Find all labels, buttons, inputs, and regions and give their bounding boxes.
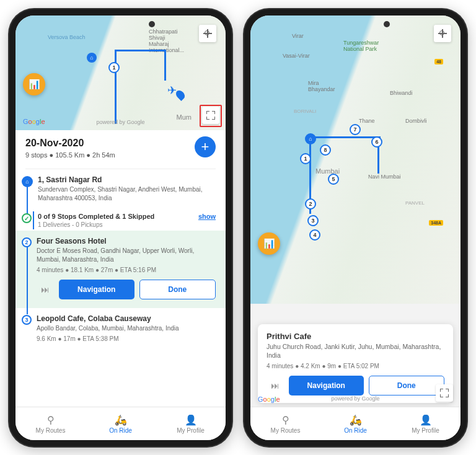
map-pin[interactable]: 5: [328, 174, 339, 185]
nav-routes[interactable]: ⚲ My Routes: [15, 407, 86, 440]
stats-icon: 📊: [263, 238, 275, 249]
map-label-mumbai: Mum: [177, 113, 192, 121]
google-attribution: Google: [23, 118, 45, 125]
skip-button[interactable]: ⏭: [267, 376, 284, 395]
action-row: ⏭ Navigation Done: [267, 376, 444, 395]
map-pin-home[interactable]: ⌂: [87, 53, 97, 63]
nav-onride[interactable]: 🛵 On Ride: [86, 407, 156, 440]
progress-text: 0 of 9 Stops Completed & 1 Skipped: [38, 213, 154, 220]
map-pin[interactable]: 3: [307, 215, 319, 226]
collapse-button[interactable]: [436, 384, 453, 402]
scooter-icon: 🛵: [350, 414, 362, 426]
current-stop-card: Prithvi Cafe Juhu Church Road, Janki Kut…: [258, 324, 453, 403]
map-pin-home[interactable]: ⌂: [305, 133, 316, 144]
progress-subtitle: 1 Deliveries - 0 Pickups: [38, 221, 154, 228]
map-label: BORIVALI: [294, 108, 316, 114]
map-pin[interactable]: 4: [309, 229, 320, 241]
routes-icon: ⚲: [47, 414, 55, 426]
map-label: Dombivli: [405, 118, 427, 124]
map-pin[interactable]: 8: [320, 144, 331, 156]
skip-icon: ⏭: [271, 381, 280, 391]
check-icon: ✓: [22, 213, 32, 223]
nav-onride[interactable]: 🛵 On Ride: [320, 407, 390, 440]
done-button[interactable]: Done: [369, 376, 445, 395]
road-badge: 348A: [429, 220, 443, 226]
action-row: ⏭ Navigation Done: [37, 280, 216, 299]
map-fullscreen[interactable]: Virar Vasai-Virar Tungareshwar National …: [250, 15, 461, 304]
skip-icon: ⏭: [41, 285, 50, 294]
progress-row: ✓ 0 of 9 Stops Completed & 1 Skipped 1 D…: [15, 209, 226, 231]
highlight-expand: [200, 105, 222, 127]
nav-label: My Routes: [271, 427, 301, 434]
route-line: [164, 50, 166, 81]
map-pin-1[interactable]: 1: [108, 62, 120, 73]
add-stop-button[interactable]: +: [195, 136, 216, 157]
collapse-icon: [440, 389, 449, 397]
navigation-button[interactable]: Navigation: [289, 376, 364, 395]
routes-icon: ⚲: [282, 414, 289, 426]
done-button[interactable]: Done: [139, 280, 216, 299]
nav-profile[interactable]: 👤 My Profile: [156, 407, 226, 440]
stop-title: Four Seasons Hotel: [37, 237, 216, 245]
active-stop[interactable]: 2 Four Seasons Hotel Doctor E Moses Road…: [15, 231, 226, 308]
bottom-nav: ⚲ My Routes 🛵 On Ride 👤 My Profile: [15, 407, 226, 440]
map-pin[interactable]: 6: [371, 136, 382, 148]
skip-button[interactable]: ⏭: [37, 280, 54, 299]
nav-profile[interactable]: 👤 My Profile: [390, 407, 461, 440]
route-date: 20-Nov-2020: [25, 138, 216, 149]
start-location[interactable]: ⌂ 1, Sastri Nagar Rd Sundervan Complex, …: [15, 169, 226, 209]
stop-title: 1, Sastri Nagar Rd: [38, 175, 216, 184]
locate-button[interactable]: [434, 25, 451, 42]
nav-label: My Profile: [177, 427, 204, 434]
nav-routes[interactable]: ⚲ My Routes: [250, 407, 320, 440]
map-label: Mira Bhayandar: [308, 81, 335, 93]
scooter-icon: 🛵: [115, 414, 127, 426]
road-badge: 48: [434, 59, 443, 64]
locate-button[interactable]: [199, 25, 216, 42]
route-header: 20-Nov-2020 9 stops ● 105.5 Km ● 2h 54m …: [15, 130, 226, 165]
map-view[interactable]: Versova Beach Chhatrapati Shivaji Mahara…: [15, 15, 226, 130]
route-line: [115, 50, 164, 51]
profile-icon: 👤: [420, 414, 432, 426]
nav-label: My Profile: [412, 427, 439, 434]
map-pin[interactable]: 1: [300, 153, 311, 164]
show-link[interactable]: show: [198, 213, 216, 220]
bottom-nav: ⚲ My Routes 🛵 On Ride 👤 My Profile: [250, 407, 461, 440]
map-label: Thane: [359, 118, 375, 124]
map-label: Vasai-Virar: [283, 53, 310, 59]
nav-label: My Routes: [36, 427, 66, 434]
stop-number: 3: [22, 315, 32, 325]
stats-button[interactable]: 📊: [23, 73, 45, 95]
stop-address: Juhu Church Road, Janki Kutir, Juhu, Mum…: [267, 342, 444, 360]
map-pin[interactable]: 2: [305, 198, 316, 210]
navigation-button[interactable]: Navigation: [59, 280, 134, 299]
stop-address: Sundervan Complex, Shastri Nagar, Andher…: [38, 185, 216, 203]
nav-label: On Ride: [109, 427, 132, 434]
map-pin[interactable]: 7: [350, 124, 361, 135]
map-label: Bhiwandi: [390, 90, 413, 96]
route-content: 20-Nov-2020 9 stops ● 105.5 Km ● 2h 54m …: [15, 130, 226, 407]
stop-title: Leopold Cafe, Colaba Causeway: [37, 314, 216, 323]
map-label: Navi Mumbai: [368, 174, 401, 180]
map-label-versova: Versova Beach: [48, 34, 86, 40]
map-label: Tungareshwar National Park: [343, 40, 379, 53]
screen-right: Virar Vasai-Virar Tungareshwar National …: [250, 15, 461, 440]
google-attribution: Google: [258, 395, 280, 403]
stats-icon: 📊: [29, 79, 40, 90]
nav-label: On Ride: [344, 427, 367, 434]
plane-icon: ✈: [167, 84, 177, 97]
profile-icon: 👤: [185, 414, 197, 426]
stop-meta: 4 minutes ● 18.1 Km ● 27m ● ETA 5:16 PM: [37, 267, 216, 273]
stop-meta: 9.6 Km ● 17m ● ETA 5:38 PM: [37, 335, 216, 342]
screen-left: Versova Beach Chhatrapati Shivaji Mahara…: [15, 15, 226, 440]
stop-title: Prithvi Cafe: [267, 332, 444, 341]
map-label: Virar: [292, 33, 304, 39]
stats-button[interactable]: 📊: [258, 232, 280, 255]
route-line: [115, 50, 117, 124]
phone-left: Versova Beach Chhatrapati Shivaji Mahara…: [9, 9, 232, 446]
home-icon: ⌂: [22, 176, 33, 187]
stop-address: Apollo Bandar, Colaba, Mumbai, Maharasht…: [37, 324, 216, 333]
stop-meta: 4 minutes ● 4.2 Km ● 9m ● ETA 5:02 PM: [267, 363, 444, 369]
crosshair-icon: [438, 29, 447, 38]
stop-item[interactable]: 3 Leopold Cafe, Colaba Causeway Apollo B…: [15, 308, 226, 348]
